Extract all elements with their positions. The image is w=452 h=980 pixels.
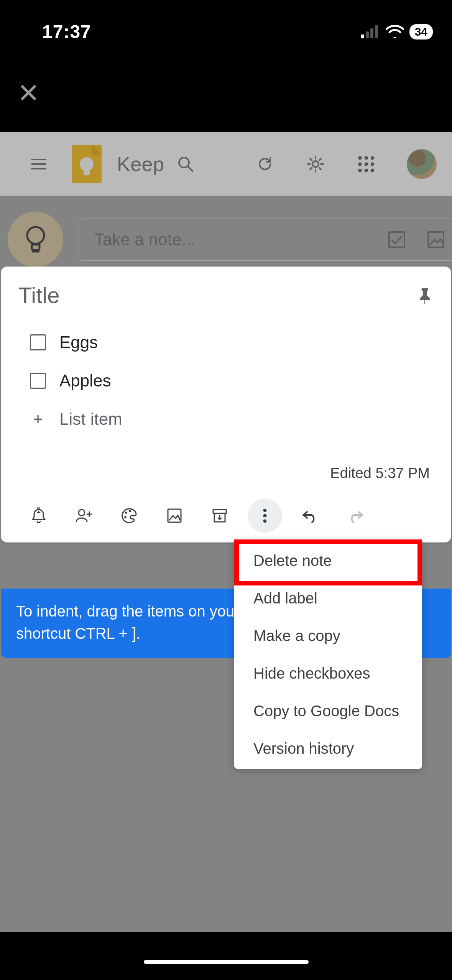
reminder-icon[interactable]	[16, 502, 61, 529]
svg-point-15	[27, 227, 44, 244]
status-time: 17:37	[42, 21, 91, 42]
wifi-icon	[386, 25, 404, 38]
svg-rect-16	[389, 232, 404, 247]
svg-point-11	[371, 163, 374, 166]
menu-make-a-copy[interactable]: Make a copy	[234, 617, 422, 654]
svg-point-19	[125, 512, 127, 514]
add-item-label: List item	[59, 409, 122, 429]
menu-copy-to-docs[interactable]: Copy to Google Docs	[234, 692, 422, 730]
list-item-text[interactable]: Apples	[59, 371, 111, 390]
list-item[interactable]: Eggs	[30, 323, 434, 362]
plus-icon: +	[30, 409, 46, 429]
new-image-note-icon[interactable]	[426, 230, 446, 250]
svg-point-9	[358, 163, 362, 166]
screen: 17:37 34 ✕	[0, 0, 452, 980]
keep-title: Keep	[117, 153, 164, 176]
note-toolbar	[16, 488, 436, 542]
menu-add-label[interactable]: Add label	[234, 579, 422, 617]
svg-rect-1	[366, 31, 369, 38]
svg-point-13	[365, 169, 368, 172]
note-title-input[interactable]: Title	[18, 282, 59, 308]
svg-point-7	[365, 156, 368, 159]
svg-rect-2	[370, 28, 373, 38]
checklist: Eggs Apples + List item	[18, 323, 434, 438]
svg-rect-3	[375, 25, 378, 38]
refresh-icon[interactable]	[255, 154, 275, 174]
svg-point-26	[263, 514, 266, 517]
keep-header: Keep	[0, 132, 452, 196]
lightbulb-badge-icon[interactable]	[8, 212, 63, 267]
home-indicator[interactable]	[144, 960, 309, 964]
svg-point-8	[371, 156, 374, 159]
svg-point-10	[365, 163, 368, 166]
tip-line-1: To indent, drag the items on your	[16, 603, 240, 620]
svg-point-12	[358, 169, 362, 172]
svg-point-14	[371, 169, 374, 172]
checkbox-icon[interactable]	[30, 373, 46, 389]
svg-rect-0	[361, 35, 364, 38]
new-list-icon[interactable]	[387, 230, 407, 250]
battery-value: 34	[415, 25, 427, 38]
image-icon[interactable]	[152, 502, 197, 529]
list-item[interactable]: Apples	[30, 362, 434, 400]
svg-point-25	[263, 509, 266, 512]
bottom-bar	[0, 932, 452, 980]
edited-timestamp: Edited 5:37 PM	[18, 465, 434, 482]
status-bar: 17:37 34	[0, 0, 452, 54]
menu-hide-checkboxes[interactable]: Hide checkboxes	[234, 654, 422, 692]
cellular-icon	[361, 25, 380, 38]
hamburger-menu-icon[interactable]	[29, 154, 49, 174]
checkbox-icon[interactable]	[30, 334, 46, 350]
person-add-icon[interactable]	[61, 502, 107, 529]
svg-point-5	[312, 161, 319, 167]
archive-icon[interactable]	[197, 502, 242, 529]
add-list-item[interactable]: + List item	[30, 400, 434, 438]
note-title-row: Title	[18, 282, 434, 308]
battery-indicator: 34	[409, 24, 433, 39]
browser-top-bar: ✕	[0, 54, 452, 132]
svg-rect-22	[168, 509, 181, 522]
menu-version-history[interactable]: Version history	[234, 730, 422, 767]
take-note-placeholder: Take a note...	[94, 230, 368, 249]
svg-point-20	[129, 510, 131, 512]
close-icon[interactable]: ✕	[17, 80, 40, 107]
gear-icon[interactable]	[306, 154, 325, 174]
pin-icon[interactable]	[417, 287, 434, 304]
content-area: Keep	[0, 132, 452, 932]
keep-logo-icon	[72, 145, 102, 183]
svg-point-18	[79, 510, 85, 516]
svg-point-21	[125, 516, 127, 518]
svg-point-27	[263, 520, 266, 523]
more-menu-popover: Delete note Add label Make a copy Hide c…	[234, 540, 422, 769]
avatar[interactable]	[407, 149, 437, 179]
take-note-box[interactable]: Take a note...	[79, 219, 452, 261]
status-indicators: 34	[361, 24, 433, 39]
note-editor-card: Title Eggs Apples + List item	[1, 266, 451, 543]
more-menu-icon[interactable]	[248, 498, 282, 533]
search-icon[interactable]	[176, 154, 196, 174]
redo-icon[interactable]	[333, 502, 378, 529]
menu-delete-note[interactable]: Delete note	[234, 542, 422, 579]
list-item-text[interactable]: Eggs	[59, 333, 98, 352]
undo-icon[interactable]	[288, 502, 333, 529]
tip-line-2: shortcut CTRL + ].	[16, 625, 140, 642]
palette-icon[interactable]	[107, 502, 152, 529]
svg-point-6	[358, 156, 362, 159]
apps-grid-icon[interactable]	[356, 154, 376, 174]
